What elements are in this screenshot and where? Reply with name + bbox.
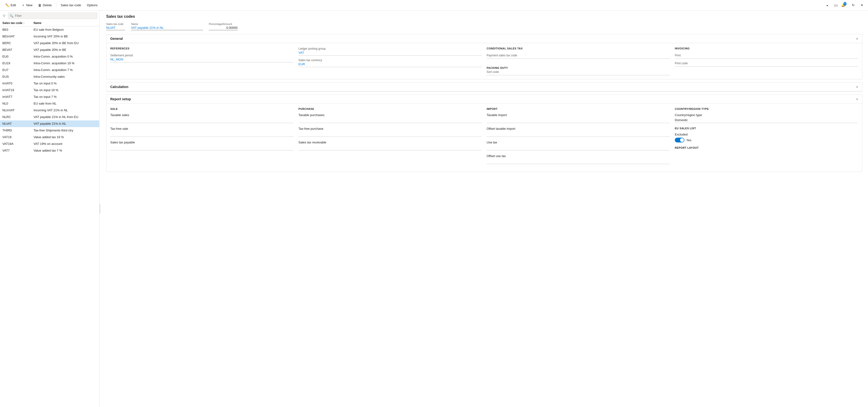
field-name: Name VAT payable 21% in NL: [131, 23, 203, 30]
row-code: InVAT19: [2, 88, 34, 92]
calculation-section-header[interactable]: Calculation ∨: [106, 83, 862, 91]
country-region-type-label: Country/region type: [675, 113, 858, 117]
taxable-purchases-value[interactable]: [299, 118, 482, 123]
filter-input[interactable]: [8, 12, 97, 19]
payment-tax-field: Payment sales tax code: [487, 54, 670, 59]
list-row[interactable]: BE0 EU sale from Belgium: [0, 26, 99, 33]
excluded-field: Excluded Yes: [675, 133, 858, 142]
sale-col-title: SALE: [110, 108, 293, 110]
currency-field: Sales tax currency EUR: [299, 59, 482, 67]
sales-tax-receivable-value[interactable]: [299, 146, 482, 150]
filter-search-icon: 🔍: [9, 14, 13, 18]
row-code: NL0: [2, 102, 34, 105]
book-icon[interactable]: 📖: [833, 2, 839, 9]
field-code-value[interactable]: NLVAT: [106, 26, 125, 30]
list-header-code[interactable]: Sales tax code ↑: [2, 21, 34, 25]
calculation-chevron-icon: ∨: [856, 85, 858, 88]
sort-code-label: Sort code: [487, 70, 670, 74]
general-section-header[interactable]: General ∧: [106, 34, 862, 43]
list-row[interactable]: VAT7 Value added tax 7 %: [0, 147, 99, 154]
list-row[interactable]: VAT19A VAT 19% on account: [0, 141, 99, 147]
toolbar-right: ⬥ 📖 🔔0 ↻ ✕: [824, 2, 865, 9]
list-row[interactable]: EU0 Intra-Comm. acquisition 0 %: [0, 53, 99, 60]
use-tax-label: Use tax: [487, 141, 670, 144]
refresh-icon[interactable]: ↻: [850, 2, 857, 9]
row-name: Intra-Comm. acquisition 7 %: [34, 68, 97, 72]
new-button[interactable]: ＋ New: [19, 2, 35, 8]
edit-button[interactable]: ✏️ Edit: [3, 2, 18, 8]
payment-tax-value[interactable]: [487, 58, 670, 59]
row-code: EU7: [2, 68, 34, 72]
currency-value[interactable]: EUR: [299, 62, 482, 67]
tax-free-sale-value[interactable]: [110, 132, 293, 137]
list-row[interactable]: InVAT7 Tax on input 7 %: [0, 93, 99, 100]
general-section: General ∧ REFERENCES Settlement period N…: [106, 34, 862, 79]
list-row[interactable]: EUS Intra-Community sales: [0, 74, 99, 80]
row-code: VAT19A: [2, 142, 34, 146]
diamond-icon[interactable]: ⬥: [824, 2, 831, 9]
resize-handle[interactable]: [99, 10, 100, 407]
field-amount-value[interactable]: 0.00000: [209, 26, 238, 30]
list-row[interactable]: NLVAT VAT payable 21% in NL: [0, 120, 99, 127]
list-row[interactable]: InVAT19 Tax on input 19 %: [0, 87, 99, 93]
use-tax-value[interactable]: [487, 146, 670, 150]
notification-icon[interactable]: 🔔0: [841, 2, 848, 9]
offset-taxable-import-value[interactable]: [487, 132, 670, 137]
close-icon[interactable]: ✕: [859, 2, 865, 9]
taxable-sales-value[interactable]: [110, 118, 293, 123]
row-name: VAT payable 21% in NL from EU: [34, 115, 97, 119]
list-row[interactable]: EU7 Intra-Comm. acquisition 7 %: [0, 67, 99, 74]
list-row[interactable]: BEVAT VAT payable 20% in BE: [0, 47, 99, 53]
field-code: Sales tax code NLVAT: [106, 23, 125, 30]
taxable-import-value[interactable]: [487, 118, 670, 123]
use-tax-field: Use tax: [487, 141, 670, 150]
row-name: VAT 19% on account: [34, 142, 97, 146]
general-section-title: General: [110, 37, 123, 40]
print-value[interactable]: [675, 58, 858, 59]
list-row[interactable]: NL0 EU sale from NL: [0, 100, 99, 107]
settlement-period-field: Settlement period NL_MON: [110, 54, 293, 62]
offset-use-tax-value[interactable]: [487, 159, 670, 164]
settlement-period-value[interactable]: NL_MON: [110, 58, 293, 62]
sort-code-value[interactable]: [487, 74, 670, 75]
row-name: Tax on input 19 %: [34, 88, 97, 92]
taxable-sales-label: Taxable sales: [110, 113, 293, 117]
row-code: NLRC: [2, 115, 34, 119]
import-col: IMPORT Taxable import Offset taxable imp…: [487, 108, 670, 168]
sales-tax-payable-label: Sales tax payable: [110, 141, 293, 144]
sales-tax-code-button[interactable]: Sales tax code: [58, 2, 84, 8]
list-row[interactable]: EU19 Intra-Comm. acquisition 19 %: [0, 60, 99, 67]
list-row[interactable]: InVAT0 Tax on input 0 %: [0, 80, 99, 87]
settlement-period-label: Settlement period: [110, 54, 293, 57]
references-group: REFERENCES Settlement period NL_MON: [110, 47, 293, 75]
import-col-title: IMPORT: [487, 108, 670, 110]
list-row[interactable]: THIRD Tax-free Shipments third ctry: [0, 127, 99, 134]
list-row[interactable]: BEInVAT Incoming VAT 20% in BE: [0, 33, 99, 40]
print-code-value[interactable]: [675, 65, 858, 67]
list-row[interactable]: NLInVAT Incoming VAT 21% in NL: [0, 107, 99, 114]
country-region-col-title: COUNTRY/REGION TYPE: [675, 108, 858, 110]
ledger-posting-value[interactable]: VAT: [299, 51, 482, 56]
list-row[interactable]: NLRC VAT payable 21% in NL from EU: [0, 114, 99, 120]
sort-arrow-icon: ↑: [23, 22, 25, 25]
options-button[interactable]: Options: [84, 2, 100, 8]
report-setup-header[interactable]: Report setup ∧: [106, 95, 862, 104]
tax-free-purchase-value[interactable]: [299, 132, 482, 137]
row-name: Tax on input 7 %: [34, 95, 97, 98]
row-code: EU0: [2, 55, 34, 58]
sales-tax-payable-value[interactable]: [110, 146, 293, 150]
filter-icon[interactable]: ▽: [2, 13, 6, 19]
sale-col: SALE Taxable sales Tax-free sale Sales t…: [110, 108, 293, 168]
content-area: Sales tax codes Sales tax code NLVAT Nam…: [100, 10, 868, 407]
row-name: Incoming VAT 21% in NL: [34, 108, 97, 112]
row-name: Intra-Community sales: [34, 75, 97, 79]
list-row[interactable]: VAT19 Value added tax 19 %: [0, 134, 99, 141]
list-row[interactable]: BERC VAT payable 20% in BE from EU: [0, 40, 99, 47]
excluded-toggle[interactable]: [675, 138, 684, 142]
row-name: VAT payable 20% in BE from EU: [34, 41, 97, 45]
country-region-type-value[interactable]: Domestic: [675, 118, 858, 123]
row-code: EU19: [2, 61, 34, 65]
field-name-value[interactable]: VAT payable 21% in NL: [131, 26, 203, 30]
row-name: EU sale from NL: [34, 102, 97, 105]
delete-button[interactable]: 🗑 Delete: [36, 2, 54, 8]
